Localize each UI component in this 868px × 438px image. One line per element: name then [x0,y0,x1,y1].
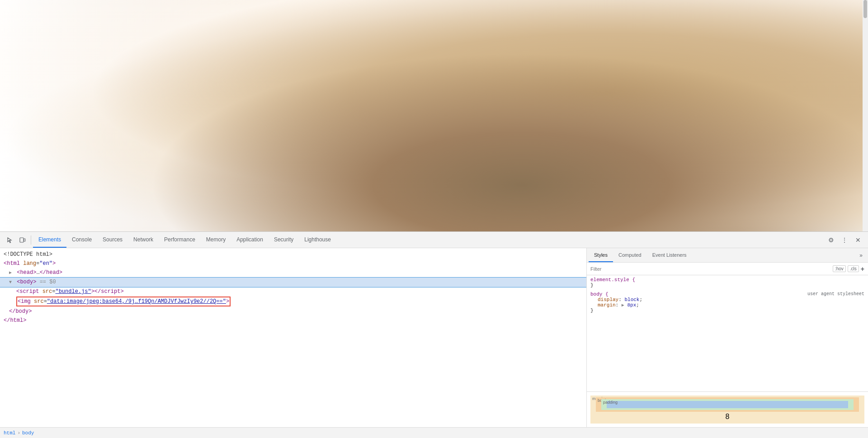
dom-line-body-close: </body> [0,307,586,316]
devtools-content: <!DOCTYPE html> <html lang="en"> ▶ <head… [0,248,868,427]
styles-panel: Styles Computed Event Listeners » :hov .… [587,248,868,427]
styles-content[interactable]: element.style { } body { user agent styl… [587,275,868,391]
box-model-content [607,401,848,408]
webpage-image [0,0,868,231]
dom-line-head[interactable]: ▶ <head>…</head> [0,268,586,278]
hov-pseudo-button[interactable]: :hov [833,265,846,272]
tab-performance[interactable]: Performance [159,232,201,248]
devtools-panel: Elements Console Sources Network Perform… [0,231,868,438]
breadcrumb-body[interactable]: body [22,430,34,436]
cls-pseudo-button[interactable]: .cls [848,265,859,272]
add-style-rule-button[interactable]: + [861,265,864,273]
tab-security[interactable]: Security [269,232,299,248]
dom-line-doctype: <!DOCTYPE html> [0,250,586,259]
styles-tabs: Styles Computed Event Listeners » [587,248,868,263]
close-devtools-icon[interactable]: ✕ [852,234,864,246]
settings-icon[interactable]: ⚙ [825,234,837,246]
styles-filter-bar: :hov .cls + [587,263,868,275]
tab-sources[interactable]: Sources [97,232,128,248]
tab-application[interactable]: Application [231,232,269,248]
margin-bottom: 8 [726,413,730,421]
page-scrollbar[interactable] [863,0,868,231]
box-model-border: border padding [596,397,859,412]
tab-console[interactable]: Console [66,232,97,248]
dom-panel[interactable]: <!DOCTYPE html> <html lang="en"> ▶ <head… [0,248,587,427]
devtools-tabs: Elements Console Sources Network Perform… [33,232,825,248]
box-model-padding: padding [601,399,854,410]
tab-memory[interactable]: Memory [201,232,231,248]
tab-network[interactable]: Network [128,232,159,248]
styles-filter-input[interactable] [590,266,831,272]
dom-line-body-selected[interactable]: ▼ <body> == $0 [0,278,586,287]
box-model-diagram: margin border padding [587,391,868,427]
styles-tab-computed[interactable]: Computed [613,248,647,262]
dom-line-html-close: </html> [0,316,586,325]
breadcrumb-html[interactable]: html [4,430,15,436]
dom-line-html[interactable]: <html lang="en"> [0,259,586,268]
box-model-margin: margin border padding [590,396,864,424]
dom-line-script[interactable]: <script src="bundle.js"></script> [0,287,586,296]
more-options-icon[interactable]: ⋮ [838,234,851,246]
devtools-toolbar: Elements Console Sources Network Perform… [0,232,868,248]
styles-tab-event-listeners[interactable]: Event Listeners [647,248,692,262]
css-rule-element-style: element.style { } [590,277,864,288]
svg-rect-1 [24,239,25,241]
webpage-preview [0,0,868,231]
toolbar-divider [31,235,31,245]
dom-line-img[interactable]: <img src="data:image/jpeg;base64,/9j…f19… [0,296,586,307]
breadcrumb: html › body [0,427,868,438]
devtools-toolbar-right: ⚙ ⋮ ✕ [825,234,864,246]
inspect-element-icon[interactable] [4,234,16,246]
styles-tabs-more-icon[interactable]: » [856,252,866,259]
page-scrollbar-thumb[interactable] [863,0,867,18]
svg-rect-0 [20,238,24,242]
css-rule-body: body { user agent stylesheet display: bl… [590,292,864,313]
styles-tab-styles[interactable]: Styles [589,248,613,262]
tab-lighthouse[interactable]: Lighthouse [299,232,336,248]
tab-elements[interactable]: Elements [33,232,66,248]
device-toggle-icon[interactable] [16,234,29,246]
